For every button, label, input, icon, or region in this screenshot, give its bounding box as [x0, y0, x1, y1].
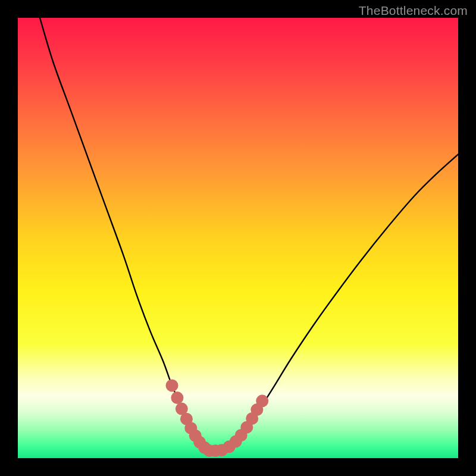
data-marker: [256, 394, 268, 407]
outer-frame: TheBottleneck.com: [0, 0, 476, 476]
data-marker: [171, 392, 183, 404]
chart-svg: [18, 18, 458, 458]
curve-left-branch: [40, 18, 207, 451]
data-marker: [166, 379, 178, 392]
watermark-text: TheBottleneck.com: [359, 4, 468, 18]
plot-area: [18, 18, 458, 458]
curve-right-branch: [207, 154, 458, 451]
marker-layer: [166, 379, 269, 457]
